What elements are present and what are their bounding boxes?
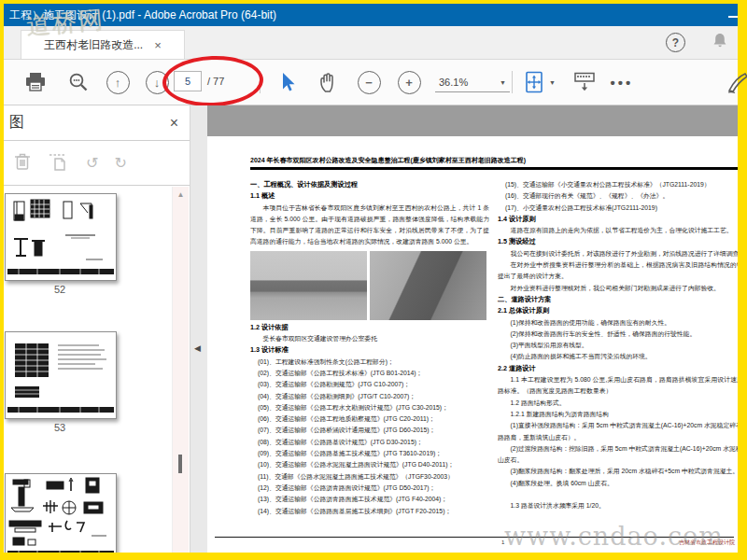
doc-line: (1)保持和改善路面的使用功能，确保路面应有的耐久性。 (498, 317, 738, 329)
main-area: 图 × ↺ ↻ (4, 105, 738, 553)
tab-label: 王西村老旧路改造... (44, 37, 143, 53)
doc-line: 1.5 测设经过 (498, 236, 738, 247)
thumbnail-list: 52 53 (4, 186, 190, 553)
page-count-label: / 77 (207, 76, 224, 87)
doc-line: (1)直接补强段路面结构：采用 5cm 中粒式沥青混凝土(AC-16)+20cm… (498, 420, 738, 443)
road-photo-right (370, 251, 486, 320)
page-fit-icon[interactable] (519, 67, 549, 97)
doc-line: 本项目位于吉林省长春市双阳区鹿乡镇刘家村至王西村的农村公路上，共计 1 条道路，… (250, 203, 489, 248)
doc-line: (14)、交通运输部《公路路面基层施工技术细则》(JTGT F20-2015)； (250, 506, 489, 517)
doc-line: (12)、交通运输部《公路沥青路面设计规范》(JTG D50-2017)； (250, 483, 489, 494)
doc-line: 2.2 道路设计 (498, 363, 738, 374)
scrollbar-up-icon[interactable]: ▲ (173, 190, 189, 199)
acrobat-window: 工程）施工图设计 (1).pdf - Adobe Acrobat Pro (64… (4, 4, 738, 553)
doc-line: 1.3 设计标准 (250, 344, 489, 356)
doc-line: 一、工程概况、设计依据及测设过程 (250, 179, 489, 190)
left-column: 一、工程概况、设计依据及测设过程 1.1 概述 本项目位于吉林省长春市双阳区鹿乡… (250, 179, 489, 517)
minimize-button[interactable] (728, 16, 738, 18)
doc-line: 1.4 设计原则 (498, 214, 738, 225)
doc-line: 1.1 概述 (250, 190, 489, 202)
doc-line: 1.2.1 新建路面结构为沥青路面结构 (498, 409, 738, 420)
toolbar-separator (512, 71, 513, 93)
scrollbar-thumb[interactable] (178, 455, 182, 473)
doc-line: 受长春市双阳区交通建设管理办公室委托 (250, 333, 489, 344)
tabbar-right-tools: ? (666, 26, 728, 59)
rotate-clockwise-icon[interactable]: ↻ (114, 156, 126, 171)
doc-line: (08)、交通运输部《公路路基设计规范》(JTG D30-2015)； (250, 437, 489, 448)
thumbnail-page-label: 53 (5, 422, 115, 433)
panel-collapse-strip: ◀ (190, 105, 207, 553)
chevron-down-icon[interactable]: ▼ (549, 79, 556, 86)
doc-line: (06)、交通运输部《公路工程地质勘察规范》(JTG C20-2011)； (250, 413, 489, 425)
window-title: 工程）施工图设计 (1).pdf - Adobe Acrobat Pro (64… (9, 8, 276, 21)
doc-line: (10)、交通运输部《公路水泥混凝土路面设计规范》(JTG D40-2011)； (250, 459, 489, 470)
main-toolbar: ↑ ↓ / 77 − + 36.1% ▼ (4, 60, 738, 105)
panel-close-icon[interactable]: × (170, 115, 178, 132)
heading-rule (250, 167, 738, 170)
previous-page-icon[interactable]: ↑ (103, 67, 133, 97)
right-column: (15)、交通运输部《小交通量农村公路工程技术标准》（JTG2111-2019）… (498, 179, 738, 511)
doc-line: 1.1 本工程建设里程为 5.080 公里,采用山皮石路肩，路肩路拱横坡宜采用设… (498, 374, 738, 398)
fill-sign-pen-icon[interactable] (723, 67, 747, 97)
zoom-level-dropdown[interactable]: 36.1% ▼ (435, 73, 510, 92)
doc-line: (2)过渡段路面结构：挖除旧路，采用 5cm 中粒式沥青混凝土(AC-16)+2… (498, 443, 738, 467)
page-thumbnails-panel: 图 × ↺ ↻ (4, 105, 190, 553)
select-tool-icon[interactable] (273, 67, 303, 97)
print-icon[interactable] (21, 67, 50, 97)
hand-tool-icon[interactable] (314, 67, 344, 97)
thumbnail-page-54[interactable] (5, 473, 117, 553)
doc-line: 二、道路设计方案 (498, 294, 738, 305)
document-tab[interactable]: 王西村老旧路改造... × (21, 30, 185, 59)
tab-close-icon[interactable]: × (154, 38, 162, 52)
tab-bar: 王西村老旧路改造... × ? (4, 26, 738, 60)
doc-line: 在对外业中所搜集资料进行整理分析的基础上，根据路况病害及旧路结构情况的特点并结合… (498, 259, 738, 283)
doc-line: 1.3 路基设计洪水频率采用 1/20。 (498, 500, 738, 511)
toolbar-separator (260, 71, 261, 93)
thumbnail-page-label: 52 (5, 284, 115, 295)
zoom-level-value: 36.1% (439, 77, 468, 88)
search-icon[interactable] (63, 67, 93, 97)
doc-line: (3)平面线型沿用原有线型。 (498, 340, 738, 351)
doc-line: 2.1 总体设计原则 (498, 305, 738, 316)
doc-line: (09)、交通运输部《公路路基施工技术规范》(JTG T3610-2019)； (250, 448, 489, 459)
document-viewport[interactable]: 2024 年长春市双阳区农村公路改造及安全隐患整治工程(鹿乡镇刘家村至王西村老旧… (207, 105, 738, 553)
title-bar: 工程）施工图设计 (1).pdf - Adobe Acrobat Pro (64… (4, 4, 738, 26)
chevron-down-icon: ▼ (500, 79, 506, 86)
thumbnail-page-53[interactable] (5, 331, 117, 419)
more-tools-icon[interactable]: ••• (607, 67, 637, 97)
doc-line: (17)、小交通量农村公路工程技术标准(JTG2111-2019) (498, 203, 738, 214)
page-navigation: / 77 (174, 71, 224, 91)
doc-line: 我公司在接到设计委托后，对该路段进行了外业勘测，对沿线路况进行了详细调查。 (498, 248, 738, 259)
thumbnail-toolbar: ↺ ↻ (4, 141, 190, 186)
thumbnail-scrollbar[interactable]: ▲ (172, 187, 189, 553)
insert-page-icon[interactable] (48, 151, 70, 175)
doc-line: (13)、交通运输部《公路沥青路面施工技术规范》(JTG F40-2004)； (250, 494, 489, 505)
doc-line: 1.2 路面结构形式。 (498, 398, 738, 409)
doc-line: (15)、交通运输部《小交通量农村公路工程技术标准》（JTG2111-2019） (498, 179, 738, 190)
pdf-page: 2024 年长春市双阳区农村公路改造及安全隐患整治工程(鹿乡镇刘家村至王西村老旧… (207, 136, 738, 553)
doc-line: (11)、交通部《公路水泥混凝土路面施工技术规范》（JTGF30-2003） (250, 471, 489, 483)
doc-line: (16)、交通部现行的有关《规范》、《规程》、《办法》。 (498, 190, 738, 202)
help-icon[interactable]: ? (666, 33, 685, 52)
page-heading: 2024 年长春市双阳区农村公路改造及安全隐患整治工程(鹿乡镇刘家村至王西村老旧… (250, 156, 738, 165)
thumbnail-page-52[interactable] (5, 193, 117, 281)
zoom-out-icon[interactable]: − (354, 67, 384, 97)
zoom-in-icon[interactable]: + (394, 67, 424, 97)
doc-line: (3)翻浆段路面结构：翻浆处理后，采用 20cm 水稳碎石+5cm 中粒式沥青混… (498, 466, 738, 477)
rotate-counterclockwise-icon[interactable]: ↺ (86, 156, 98, 171)
road-photo-left (250, 251, 367, 320)
screenshot-frame: 工程）施工图设计 (1).pdf - Adobe Acrobat Pro (64… (0, 0, 747, 560)
hide-toolbar-icon[interactable] (570, 67, 599, 97)
doc-line: (2)保持和改善路面行车的安全性、舒适性，确保路面的行驶性能。 (498, 329, 738, 340)
doc-line: (01)、工程建设标准强制性条文(公路工程部分)； (250, 357, 489, 368)
doc-line: (07)、交通运输部《公路桥涵设计通用规范》(JTG D60-2015)； (250, 425, 489, 436)
delete-pages-icon[interactable] (13, 151, 32, 175)
doc-line: (05)、交通运输部《公路工程水文勘测设计规范》(JTG C30-2015)； (250, 402, 489, 413)
next-page-icon[interactable]: ↓ (142, 67, 172, 97)
panel-header: 图 × (4, 105, 190, 141)
doc-line: (4)翻浆段处理。换填 60cm 山皮石。 (498, 478, 738, 489)
page-number-input[interactable] (174, 71, 202, 91)
notifications-bell-icon[interactable] (712, 32, 728, 53)
doc-line: 道路在原有旧路上的走向为依据，以节省工程造价为主，合理化设计施工工艺。 (498, 225, 738, 236)
panel-collapse-icon[interactable]: ◀ (194, 343, 201, 353)
